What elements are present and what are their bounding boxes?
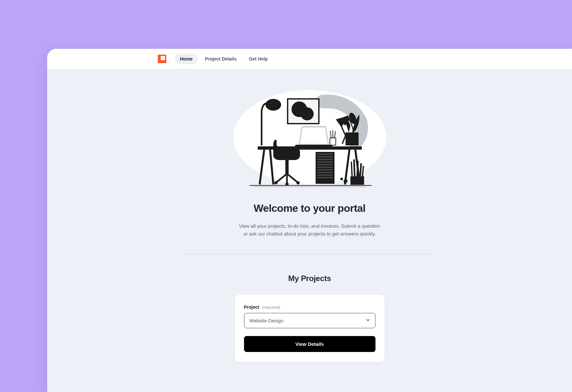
nav-tabs: Home Project Details Get Help xyxy=(175,54,273,64)
top-nav-bar: Home Project Details Get Help xyxy=(47,49,572,69)
svg-line-43 xyxy=(360,163,361,176)
section-divider xyxy=(184,254,435,254)
svg-line-42 xyxy=(357,161,358,176)
svg-rect-26 xyxy=(317,164,333,165)
main-content: Welcome to your portal View all your pro… xyxy=(47,69,572,392)
view-details-button[interactable]: View Details xyxy=(244,336,375,352)
hero-illustration xyxy=(232,88,388,189)
svg-rect-25 xyxy=(317,161,333,163)
svg-point-46 xyxy=(340,178,343,180)
svg-rect-31 xyxy=(317,177,333,178)
svg-point-36 xyxy=(274,181,278,184)
logo-icon xyxy=(158,55,166,63)
project-field-label: Project xyxy=(244,304,259,310)
nav-tab-project-details[interactable]: Project Details xyxy=(200,54,242,64)
browser-window: Home Project Details Get Help xyxy=(47,49,572,392)
project-select[interactable]: Website Design xyxy=(244,313,375,328)
svg-line-41 xyxy=(354,159,355,176)
project-card: Project (required) Website Design View D… xyxy=(235,295,385,362)
svg-point-45 xyxy=(344,179,347,183)
svg-rect-23 xyxy=(317,156,333,157)
svg-rect-29 xyxy=(317,172,333,173)
svg-rect-24 xyxy=(317,159,333,160)
nav-tab-home[interactable]: Home xyxy=(175,54,198,64)
field-label-row: Project (required) xyxy=(244,304,375,310)
svg-rect-22 xyxy=(317,154,333,155)
svg-rect-32 xyxy=(285,160,289,174)
svg-point-38 xyxy=(296,181,300,184)
project-field-required: (required) xyxy=(262,305,280,310)
svg-point-4 xyxy=(301,107,314,120)
project-select-wrapper: Website Design xyxy=(244,313,375,328)
svg-rect-27 xyxy=(317,167,333,168)
svg-rect-39 xyxy=(350,176,364,185)
svg-rect-30 xyxy=(317,174,333,176)
svg-rect-28 xyxy=(317,169,333,170)
page-title: Welcome to your portal xyxy=(253,202,365,214)
nav-tab-get-help[interactable]: Get Help xyxy=(244,54,273,64)
svg-rect-8 xyxy=(346,132,359,145)
page-subtitle: View all your projects, to-do lists, and… xyxy=(238,222,381,238)
svg-line-40 xyxy=(351,162,352,176)
projects-section-title: My Projects xyxy=(288,274,331,283)
